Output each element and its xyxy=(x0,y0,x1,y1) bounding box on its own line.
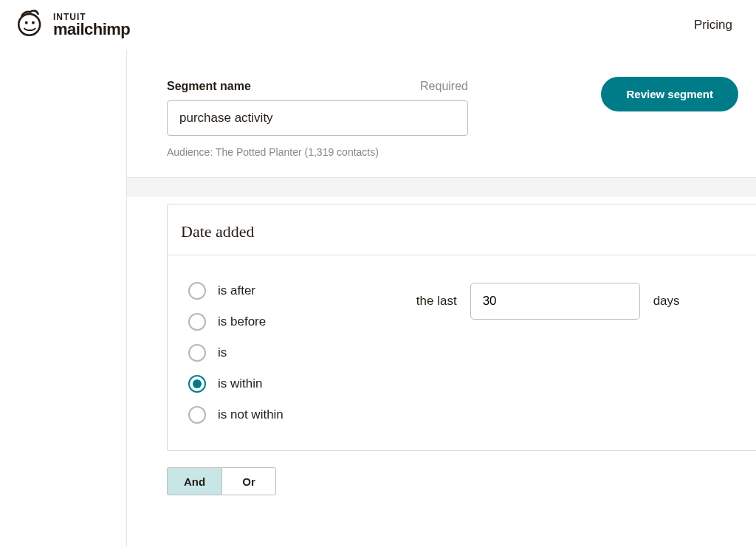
svg-point-1 xyxy=(25,21,28,24)
section-divider xyxy=(127,177,756,196)
panel-title: Date added xyxy=(168,204,756,255)
radio-is-after[interactable]: is after xyxy=(188,282,284,300)
audience-info: Audience: The Potted Planter (1,319 cont… xyxy=(167,146,468,158)
segment-name-label: Segment name xyxy=(167,80,251,93)
radio-icon xyxy=(188,313,206,331)
radio-label: is xyxy=(218,345,227,360)
or-button[interactable]: Or xyxy=(221,467,276,495)
brand-name: mailchimp xyxy=(53,21,130,38)
radio-is-within[interactable]: is within xyxy=(188,375,284,393)
required-indicator: Required xyxy=(420,80,468,93)
time-range-block: the last days xyxy=(313,282,680,320)
condition-panel: Date added is after is before is xyxy=(167,204,756,451)
sidebar-placeholder xyxy=(0,50,127,547)
svg-point-2 xyxy=(32,21,35,24)
days-input[interactable] xyxy=(470,283,640,320)
segment-name-input[interactable] xyxy=(167,100,468,136)
logic-connector: And Or xyxy=(167,467,756,495)
and-button[interactable]: And xyxy=(167,467,221,495)
radio-icon xyxy=(188,282,206,300)
brand-logo[interactable]: INTUIT mailchimp xyxy=(15,8,130,42)
mailchimp-monkey-icon xyxy=(15,8,46,42)
radio-icon xyxy=(188,406,206,424)
range-suffix: days xyxy=(653,294,680,309)
topbar: INTUIT mailchimp Pricing xyxy=(0,0,756,50)
radio-label: is not within xyxy=(218,407,284,422)
radio-icon xyxy=(188,375,206,393)
radio-label: is before xyxy=(218,314,266,329)
range-prefix: the last xyxy=(416,294,457,309)
radio-label: is after xyxy=(218,283,255,298)
main-content: Segment name Required Audience: The Pott… xyxy=(127,50,756,547)
radio-is-before[interactable]: is before xyxy=(188,313,284,331)
radio-icon xyxy=(188,344,206,362)
radio-is[interactable]: is xyxy=(188,344,284,362)
review-segment-button[interactable]: Review segment xyxy=(601,77,738,111)
pricing-link[interactable]: Pricing xyxy=(694,18,732,32)
operator-radio-group: is after is before is is within xyxy=(188,282,284,424)
radio-label: is within xyxy=(218,376,262,391)
radio-is-not-within[interactable]: is not within xyxy=(188,406,284,424)
